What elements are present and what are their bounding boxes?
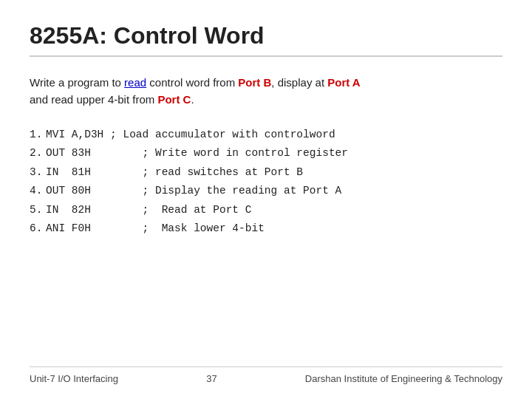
code-line-5: 5. IN 82H ; Read at Port C: [30, 201, 502, 219]
line-num-4: 4.: [30, 182, 44, 200]
line-num-6: 6.: [30, 219, 44, 238]
footer-right: Darshan Institute of Engineering & Techn…: [305, 373, 502, 384]
code-instr-4: OUT 80H: [46, 182, 103, 200]
line-num-3: 3.: [30, 163, 44, 182]
code-line-3: 3. IN 81H ; read switches at Port B: [30, 163, 502, 182]
line-num-2: 2.: [30, 144, 44, 163]
code-comment-3: ; read switches at Port B: [103, 163, 303, 182]
desc-after-read: control word from: [146, 76, 238, 89]
code-comment-1: ; Load accumulator with controlword: [103, 126, 335, 144]
code-instr-1: MVI A,D3H: [46, 126, 103, 144]
desc-port-b: Port B: [238, 76, 271, 89]
code-line-4: 4. OUT 80H ; Display the reading at Port…: [30, 182, 502, 200]
code-line-1: 1. MVI A,D3H ; Load accumulator with con…: [30, 126, 502, 144]
desc-before-read: Write a program to: [30, 76, 124, 89]
desc-period: .: [191, 93, 194, 106]
desc-read-word: read: [124, 76, 146, 89]
footer-left: Unit-7 I/O Interfacing: [30, 373, 118, 384]
code-line-6: 6. ANI F0H ; Mask lower 4-bit: [30, 219, 502, 238]
slide-title: 8255A: Control Word: [30, 22, 502, 57]
code-comment-6: ; Mask lower 4-bit: [103, 219, 265, 238]
code-instr-5: IN 82H: [46, 201, 103, 219]
code-instr-2: OUT 83H: [46, 144, 103, 163]
line-num-1: 1.: [30, 126, 44, 144]
desc-port-a: Port A: [327, 76, 360, 89]
footer-center: 37: [206, 373, 216, 384]
desc-and: and read upper 4-bit from: [30, 93, 157, 106]
description-text: Write a program to read control word fro…: [30, 75, 502, 108]
code-line-2: 2. OUT 83H ; Write word in control regis…: [30, 144, 502, 163]
code-instr-6: ANI F0H: [46, 219, 103, 238]
code-block: 1. MVI A,D3H ; Load accumulator with con…: [30, 126, 502, 366]
code-comment-4: ; Display the reading at Port A: [103, 182, 341, 200]
code-comment-5: ; Read at Port C: [103, 201, 251, 219]
slide-container: 8255A: Control Word Write a program to r…: [0, 0, 532, 399]
code-comment-2: ; Write word in control register: [103, 144, 348, 163]
code-instr-3: IN 81H: [46, 163, 103, 182]
desc-port-c: Port C: [157, 93, 191, 106]
desc-comma: , display at: [271, 76, 327, 89]
footer: Unit-7 I/O Interfacing 37 Darshan Instit…: [30, 366, 502, 384]
line-num-5: 5.: [30, 201, 44, 219]
